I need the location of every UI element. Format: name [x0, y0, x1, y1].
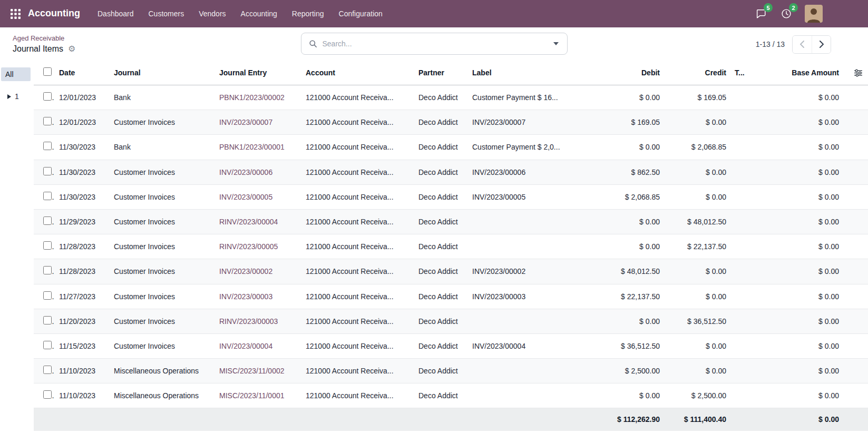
table-row[interactable]: 11/10/2023 Miscellaneous Operations MISC…: [34, 359, 868, 383]
journal-entry-link[interactable]: INV/2023/00007: [219, 118, 272, 126]
row-checkbox[interactable]: [43, 341, 52, 349]
journal-entry-link[interactable]: RINV/2023/00005: [219, 242, 278, 251]
cell-debit: $ 22,137.50: [598, 284, 664, 309]
cell-date: 11/10/2023: [55, 383, 110, 408]
column-header-credit[interactable]: Credit: [664, 61, 730, 85]
row-checkbox[interactable]: [43, 167, 52, 175]
row-checkbox[interactable]: [43, 366, 52, 374]
cell-label: Customer Payment $ 16...: [468, 85, 598, 110]
row-checkbox[interactable]: [43, 216, 52, 225]
column-header-debit[interactable]: Debit: [598, 61, 664, 85]
menu-accounting[interactable]: Accounting: [234, 5, 284, 22]
cell-tax: [730, 234, 755, 259]
view-settings-gear-icon[interactable]: ⚙: [68, 45, 75, 53]
table-row[interactable]: 11/30/2023 Bank PBNK1/2023/00001 121000 …: [34, 135, 868, 160]
row-checkbox[interactable]: [43, 117, 52, 125]
table-row[interactable]: 11/27/2023 Customer Invoices INV/2023/00…: [34, 284, 868, 309]
cell-journal: Miscellaneous Operations: [110, 383, 215, 408]
column-header-journal[interactable]: Journal: [110, 61, 215, 85]
row-checkbox[interactable]: [43, 316, 52, 324]
menu-vendors[interactable]: Vendors: [192, 5, 232, 22]
cell-row-end: [843, 333, 868, 358]
sidebar-item-all[interactable]: All: [1, 67, 31, 81]
activities-badge: 2: [789, 3, 798, 12]
journal-entry-link[interactable]: RINV/2023/00004: [219, 218, 278, 226]
table-row[interactable]: 12/01/2023 Bank PBNK1/2023/00002 121000 …: [34, 85, 868, 110]
total-debit: $ 112,262.90: [598, 408, 664, 431]
table-row[interactable]: 11/30/2023 Customer Invoices INV/2023/00…: [34, 160, 868, 184]
row-checkbox[interactable]: [43, 390, 52, 399]
row-checkbox[interactable]: [43, 266, 52, 274]
table-row[interactable]: 11/28/2023 Customer Invoices RINV/2023/0…: [34, 234, 868, 259]
activities-button[interactable]: 2: [777, 5, 795, 23]
row-checkbox[interactable]: [43, 291, 52, 300]
row-checkbox-cell: [34, 284, 55, 309]
group-toggle-1[interactable]: 1: [1, 92, 22, 101]
journal-entry-link[interactable]: PBNK1/2023/00002: [219, 93, 285, 102]
row-checkbox-cell: [34, 85, 55, 110]
column-header-label[interactable]: Label: [468, 61, 598, 85]
menu-customers[interactable]: Customers: [142, 5, 191, 22]
table-row[interactable]: 11/15/2023 Customer Invoices INV/2023/00…: [34, 333, 868, 358]
menu-dashboard[interactable]: Dashboard: [91, 5, 141, 22]
messages-button[interactable]: 5: [752, 5, 770, 23]
search-bar: [301, 33, 568, 55]
total-base-amount: $ 0.00: [755, 408, 843, 431]
menu-reporting[interactable]: Reporting: [285, 5, 331, 22]
cell-row-end: [843, 209, 868, 234]
table-row[interactable]: 11/10/2023 Miscellaneous Operations MISC…: [34, 383, 868, 408]
column-header-journal-entry[interactable]: Journal Entry: [215, 61, 301, 85]
table-row[interactable]: 11/20/2023 Customer Invoices RINV/2023/0…: [34, 309, 868, 333]
journal-entry-link[interactable]: INV/2023/00005: [219, 193, 272, 201]
row-checkbox[interactable]: [43, 92, 52, 101]
cell-journal-entry: PBNK1/2023/00001: [215, 135, 301, 160]
pager-previous-button[interactable]: [793, 36, 812, 53]
table-row[interactable]: 11/29/2023 Customer Invoices RINV/2023/0…: [34, 209, 868, 234]
column-header-date[interactable]: Date: [55, 61, 110, 85]
row-checkbox[interactable]: [43, 142, 52, 150]
cell-date: 11/28/2023: [55, 234, 110, 259]
pager-next-button[interactable]: [812, 36, 831, 53]
cell-partner: Deco Addict: [414, 110, 468, 135]
group-toggle-label: 1: [15, 92, 19, 101]
column-header-account[interactable]: Account: [301, 61, 414, 85]
search-dropdown-toggle[interactable]: [547, 39, 565, 48]
journal-entry-link[interactable]: INV/2023/00006: [219, 168, 272, 176]
optional-columns-button[interactable]: [853, 67, 864, 78]
cell-partner: Deco Addict: [414, 135, 468, 160]
cell-account: 121000 Account Receiva...: [301, 333, 414, 358]
breadcrumb-aged-receivable[interactable]: Aged Receivable: [13, 34, 75, 42]
column-header-base-amount[interactable]: Base Amount: [755, 61, 843, 85]
journal-entry-link[interactable]: MISC/2023/11/0002: [219, 367, 285, 375]
journal-entry-link[interactable]: INV/2023/00003: [219, 292, 272, 301]
cell-partner: Deco Addict: [414, 160, 468, 184]
cell-tax: [730, 110, 755, 135]
cell-journal: Customer Invoices: [110, 209, 215, 234]
journal-entry-link[interactable]: INV/2023/00002: [219, 267, 272, 275]
journal-entry-link[interactable]: PBNK1/2023/00001: [219, 143, 285, 151]
search-input[interactable]: [321, 39, 547, 48]
table-row[interactable]: 12/01/2023 Customer Invoices INV/2023/00…: [34, 110, 868, 135]
cell-account: 121000 Account Receiva...: [301, 383, 414, 408]
journal-entry-link[interactable]: MISC/2023/11/0001: [219, 391, 285, 400]
journal-entry-link[interactable]: RINV/2023/00003: [219, 317, 278, 326]
table-row[interactable]: 11/28/2023 Customer Invoices INV/2023/00…: [34, 259, 868, 284]
column-header-tax[interactable]: T...: [730, 61, 755, 85]
accounting-app: Accounting DashboardCustomersVendorsAcco…: [0, 0, 868, 431]
app-title: Accounting: [28, 7, 80, 19]
sliders-icon: [854, 68, 863, 77]
cell-base-amount: $ 0.00: [755, 359, 843, 383]
select-all-checkbox[interactable]: [43, 67, 52, 76]
row-checkbox[interactable]: [43, 192, 52, 200]
cell-debit: $ 2,500.00: [598, 359, 664, 383]
cell-credit: $ 0.00: [664, 259, 730, 284]
cell-base-amount: $ 0.00: [755, 184, 843, 209]
cell-credit: $ 0.00: [664, 110, 730, 135]
table-row[interactable]: 11/30/2023 Customer Invoices INV/2023/00…: [34, 184, 868, 209]
column-header-partner[interactable]: Partner: [414, 61, 468, 85]
menu-configuration[interactable]: Configuration: [332, 5, 389, 22]
apps-menu-button[interactable]: [7, 6, 24, 22]
row-checkbox[interactable]: [43, 241, 52, 250]
journal-entry-link[interactable]: INV/2023/00004: [219, 342, 272, 350]
user-menu-button[interactable]: [805, 5, 823, 23]
